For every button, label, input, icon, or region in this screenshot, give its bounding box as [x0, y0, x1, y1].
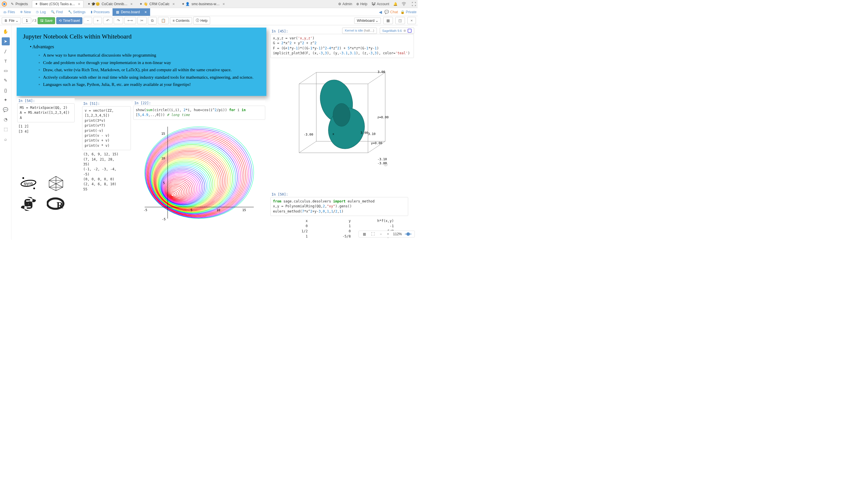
zoom-out-button[interactable]: −	[83, 17, 92, 24]
icon-tool[interactable]: ✦	[2, 96, 10, 104]
zoom-slider[interactable]	[405, 233, 411, 235]
help-button[interactable]: ⓘ Help	[193, 17, 210, 24]
select-tool[interactable]: ➤	[2, 37, 10, 45]
cell-code[interactable]: v = vector(ZZ, [1,2,3,4,5]) print(3*v) p…	[82, 106, 131, 150]
whiteboard-canvas[interactable]: Kernel is idle (halt…) SageMath 9.6 Jupy…	[12, 25, 418, 240]
tick-label: 10	[161, 157, 165, 160]
note-subtitle: • Advantages	[30, 44, 260, 49]
log-label: Log	[40, 10, 46, 14]
new-button[interactable]: ⊕New	[18, 9, 33, 15]
code-cell-51[interactable]: In [51]: v = vector(ZZ, [1,2,3,4,5]) pri…	[82, 101, 131, 194]
cell-code[interactable]: show(sum(circle((i,i), 2*i, hue=cos(i^2/…	[133, 106, 265, 120]
kernel-halt-link[interactable]: (halt…)	[364, 29, 374, 32]
log-button[interactable]: ◷Log	[33, 9, 48, 15]
files-label: Files	[8, 10, 15, 14]
tick-label: 5	[163, 181, 165, 185]
timer-tool[interactable]: ◔	[2, 116, 10, 123]
cell-code[interactable]: from sage.calculus.desolvers import eule…	[270, 197, 408, 216]
text-tool[interactable]: T	[2, 57, 10, 65]
whiteboard-tool-palette: ✋ ➤ 〳 T ▭ ✎ {} ✦ 💬 ◔ ⬚ ⌕	[0, 25, 12, 240]
zoom-out-icon[interactable]: −	[379, 232, 383, 236]
cocalc-logo-icon[interactable]	[2, 1, 7, 6]
note-bullet-list: A new way to have mathematical discussio…	[43, 52, 260, 89]
table-cell: -1	[356, 223, 399, 228]
settings-button[interactable]: 🔧Settings	[66, 9, 88, 15]
undo-button[interactable]: ↶	[103, 17, 112, 24]
line-tool[interactable]: 〳	[2, 47, 10, 55]
svg-text:R: R	[56, 200, 64, 210]
fit-width-button[interactable]: ⟷	[124, 17, 136, 24]
contents-button[interactable]: ≡ Contents	[170, 17, 192, 24]
cell-code[interactable]: x,y,z = var('x,y,z') G = 2*x^2 + y^2 + z…	[270, 34, 414, 58]
cell-code[interactable]: MS = MatrixSpace(QQ, 2) A = MS.matrix([1…	[17, 103, 74, 122]
project-tab-2[interactable]: ✦ 👋 CRM CoCalc×	[137, 1, 178, 8]
cell-prompt: In [51]:	[82, 101, 131, 106]
code-cell-54[interactable]: In [54]: MS = MatrixSpace(QQ, 2) A = MS.…	[17, 98, 74, 136]
note-bullet: Draw, chat, write (via Rich Text, Markdo…	[43, 66, 260, 74]
fit-icon[interactable]: ⛶	[370, 232, 376, 236]
table-header: h*f(x,y)	[356, 218, 399, 223]
close-icon[interactable]: ×	[78, 2, 80, 6]
chat-tool[interactable]: 💬	[2, 106, 10, 114]
fullscreen-icon[interactable]	[412, 2, 416, 6]
paste-button[interactable]: 📋	[158, 17, 169, 24]
search-tool[interactable]: ⌕	[2, 135, 10, 143]
table-cell: -5/8	[313, 234, 356, 239]
chat-button[interactable]: 💬Chat	[384, 10, 398, 14]
processes-button[interactable]: ▮Processes	[89, 9, 112, 15]
project-tab-0[interactable]: ✦ Blaec (CSO) Tasks a…×	[32, 0, 83, 8]
admin-link[interactable]: ⚙ Admin	[338, 2, 352, 6]
project-tab-3[interactable]: ✦ 👤 smc-business-w…×	[179, 1, 228, 8]
notifications-icon[interactable]: 🔔	[393, 2, 397, 6]
code-cell-45[interactable]: In [45]: x,y,z = var('x,y,z') G = 2*x^2 …	[270, 29, 414, 182]
help-link[interactable]: ⊕ Help	[356, 2, 367, 6]
note-tool[interactable]: ▭	[2, 67, 10, 75]
back-icon[interactable]: ◀	[379, 10, 382, 14]
open-file-tab[interactable]: ▦Demo.board×	[112, 8, 150, 16]
zoom-control: ▦ ⛶ − + 112%	[358, 231, 415, 237]
grid-view-icon[interactable]: ▦	[383, 17, 393, 24]
svg-line-55	[299, 73, 316, 84]
tab-label: CoCalc Omnib…	[101, 2, 127, 6]
redo-button[interactable]: ↷	[114, 17, 123, 24]
private-button[interactable]: 🔒Private	[401, 10, 417, 14]
view-select[interactable]: Whiteboard ⌄	[354, 17, 381, 24]
close-icon[interactable]: ×	[222, 2, 225, 6]
save-label: Save	[45, 19, 53, 23]
kernel-select[interactable]: SageMath 9.6	[380, 28, 415, 34]
chat-icon: 💬	[384, 10, 389, 14]
close-icon[interactable]: ×	[173, 2, 175, 6]
account-link[interactable]: 🐼 Account	[371, 2, 389, 6]
info-icon[interactable]: ⓘ	[384, 162, 388, 167]
pen-tool[interactable]: ✎	[2, 76, 10, 84]
zoom-in-button[interactable]: +	[93, 17, 102, 24]
wifi-icon[interactable]	[402, 2, 406, 6]
save-button[interactable]: 🖫 Save	[38, 17, 55, 24]
project-tab-1[interactable]: ✦ 🎓😊 CoCalc Omnib…×	[85, 1, 136, 8]
page-input[interactable]	[22, 17, 31, 24]
copy-button[interactable]: ⧉	[148, 17, 157, 24]
close-panel-icon[interactable]: ×	[407, 17, 416, 24]
code-cell-22[interactable]: In [22]: show(sum(circle((i,i), 2*i, hue…	[133, 101, 265, 224]
hand-tool[interactable]: ✋	[2, 28, 10, 36]
code-tool[interactable]: {}	[2, 86, 10, 94]
split-view-icon[interactable]: ◫	[395, 17, 405, 24]
projects-tab[interactable]: ✎ Projects	[8, 1, 31, 7]
cell-prompt: In [54]:	[17, 98, 74, 103]
close-icon[interactable]: ×	[130, 2, 133, 6]
frame-tool[interactable]: ⬚	[2, 125, 10, 133]
zoom-in-icon[interactable]: +	[386, 232, 390, 236]
timetravel-button[interactable]: ⟲ TimeTravel	[56, 17, 82, 24]
map-icon[interactable]: ▦	[362, 232, 367, 236]
text-note[interactable]: Jupyter Notebook Cells within Whiteboard…	[17, 28, 266, 96]
folder-icon: 🗁	[3, 10, 6, 14]
files-button[interactable]: 🗁Files	[1, 9, 17, 15]
kernel-status[interactable]: Kernel is idle (halt…)	[342, 28, 377, 34]
file-menu[interactable]: 🗎File ⌄	[2, 17, 21, 24]
private-label: Private	[406, 10, 417, 14]
close-icon[interactable]: ×	[144, 10, 147, 14]
cut-button[interactable]: ✂	[137, 17, 147, 24]
find-button[interactable]: 🔍Find	[49, 9, 65, 15]
zoom-percent: 112%	[393, 232, 402, 236]
svg-point-73	[30, 209, 31, 210]
